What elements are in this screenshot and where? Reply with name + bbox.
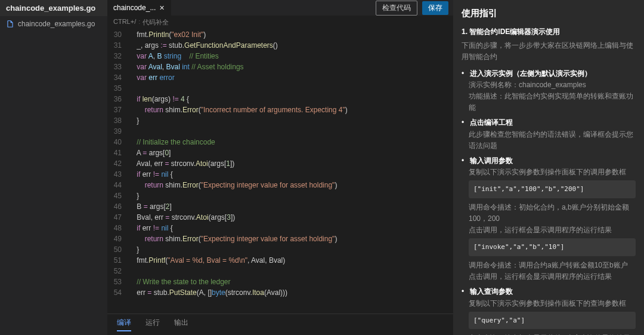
tab-run[interactable]: 运行: [145, 318, 160, 331]
file-item[interactable]: chaincode_examples.go: [0, 16, 107, 32]
line-source[interactable]: }: [129, 190, 139, 201]
line-number: 46: [107, 201, 129, 212]
line-number: 31: [107, 40, 129, 51]
code-line[interactable]: 41 A = args[0]: [107, 147, 453, 158]
code-line[interactable]: 48 if err != nil {: [107, 223, 453, 233]
output-tab-bar: 编译 运行 输出: [107, 314, 453, 335]
check-code-button[interactable]: 检查代码: [376, 1, 417, 16]
line-source[interactable]: fmt.Printf("Aval = %d, Bval = %d\n", Ava…: [129, 255, 285, 266]
code-line[interactable]: 38 }: [107, 115, 453, 126]
editor-pane: chaincode_... × 检查代码 保存 CTRL+/ : 代码补全 30…: [107, 0, 453, 335]
code-line[interactable]: 36 if len(args) != 4 {: [107, 94, 453, 105]
line-source[interactable]: // Write the state to the ledger: [129, 276, 231, 287]
line-source[interactable]: }: [129, 115, 139, 126]
line-source[interactable]: if err != nil {: [129, 223, 173, 233]
file-icon: [6, 20, 14, 28]
bullet-query-params: 输入查询参数 复制以下演示实例参数到操作面板下的查询参数框 ["query","…: [462, 286, 636, 335]
line-source[interactable]: var Aval, Bval int // Asset holdings: [129, 62, 244, 72]
code-line[interactable]: 47 Bval, err = strconv.Atoi(args[3]): [107, 212, 453, 223]
line-source[interactable]: if err != nil {: [129, 169, 173, 180]
line-number: 35: [107, 83, 129, 94]
code-line[interactable]: 42 Aval, err = strconv.Atoi(args[1]): [107, 158, 453, 169]
line-number: 36: [107, 94, 129, 105]
code-line[interactable]: 54 err = stub.PutState(A, []byte(strconv…: [107, 287, 453, 298]
code-line[interactable]: 32 var A, B string // Entities: [107, 51, 453, 62]
line-number: 50: [107, 244, 129, 255]
guide-section-1-desc: 下面的步骤，将一步步带大家在区块链网络上编辑与使用智能合约: [462, 40, 636, 63]
line-number: 51: [107, 255, 129, 266]
code-line[interactable]: 40 // Initialize the chaincode: [107, 137, 453, 147]
code-line[interactable]: 46 B = args[2]: [107, 201, 453, 212]
code-sample-init[interactable]: ["init","a","100","b","200"]: [469, 180, 636, 198]
line-number: 37: [107, 105, 129, 115]
line-source[interactable]: B = args[2]: [129, 201, 172, 212]
line-source[interactable]: }: [129, 244, 139, 255]
line-number: 54: [107, 287, 129, 298]
line-source[interactable]: return shim.Error("Expecting integer val…: [129, 233, 337, 244]
code-line[interactable]: 31 _, args := stub.GetFunctionAndParamet…: [107, 40, 453, 51]
bullet-invoke-params: 输入调用参数 复制以下演示实例参数到操作面板下的调用参数框 ["init","a…: [462, 155, 636, 283]
save-button[interactable]: 保存: [422, 1, 448, 15]
code-line[interactable]: 51 fmt.Printf("Aval = %d, Bval = %d\n", …: [107, 255, 453, 266]
code-line[interactable]: 49 return shim.Error("Expecting integer …: [107, 233, 453, 244]
line-source[interactable]: if len(args) != 4 {: [129, 94, 189, 105]
line-source[interactable]: err = stub.PutState(A, []byte(strconv.It…: [129, 287, 287, 298]
guide-section-1: 1. 智能合约IDE编辑器演示使用: [462, 26, 636, 38]
code-sample-query[interactable]: ["query","a"]: [469, 312, 636, 330]
line-number: 30: [107, 29, 129, 40]
line-number: 48: [107, 223, 129, 233]
tab-compile[interactable]: 编译: [117, 318, 131, 331]
code-sample-invoke[interactable]: ["invoke","a","b","10"]: [469, 238, 636, 256]
file-name: chaincode_examples.go: [18, 20, 95, 28]
line-number: 33: [107, 62, 129, 72]
code-line[interactable]: 44 return shim.Error("Expecting integer …: [107, 180, 453, 190]
code-line[interactable]: 43 if err != nil {: [107, 169, 453, 180]
line-number: 40: [107, 137, 129, 147]
code-line[interactable]: 34 var err error: [107, 72, 453, 83]
code-line[interactable]: 50 }: [107, 244, 453, 255]
line-number: 47: [107, 212, 129, 223]
line-number: 43: [107, 169, 129, 180]
line-source[interactable]: // Initialize the chaincode: [129, 137, 215, 147]
file-explorer: chaincode_examples.go chaincode_examples…: [0, 0, 107, 335]
line-number: 42: [107, 158, 129, 169]
line-number: 41: [107, 147, 129, 158]
shortcut-text: 代码补全: [143, 18, 169, 27]
shortcut-combo: CTRL+/: [113, 18, 136, 27]
line-number: 38: [107, 115, 129, 126]
bullet-demo-instance: 进入演示实例（左侧为默认演示实例） 演示实例名称：chaincode_examp…: [462, 68, 636, 114]
line-source[interactable]: fmt.Println("ex02 Init"): [129, 29, 206, 40]
code-editor[interactable]: 30 fmt.Println("ex02 Init")31 _, args :=…: [107, 29, 453, 314]
line-source[interactable]: _, args := stub.GetFunctionAndParameters…: [129, 40, 278, 51]
file-tree: chaincode_examples.go: [0, 16, 107, 335]
tab-chaincode[interactable]: chaincode_... ×: [107, 0, 171, 16]
tab-output[interactable]: 输出: [174, 318, 188, 331]
bullet-compile: 点击编译工程 此步骤检查您智能合约的语法错误，编译框会提示您语法问题: [462, 117, 636, 152]
explorer-title: chaincode_examples.go: [0, 0, 107, 16]
close-icon[interactable]: ×: [159, 4, 164, 12]
line-source[interactable]: Aval, err = strconv.Atoi(args[1]): [129, 158, 234, 169]
code-line[interactable]: 37 return shim.Error("Incorrect number o…: [107, 105, 453, 115]
line-number: 44: [107, 180, 129, 190]
code-line[interactable]: 45 }: [107, 190, 453, 201]
code-line[interactable]: 39: [107, 126, 453, 137]
line-number: 32: [107, 51, 129, 62]
line-source[interactable]: A = args[0]: [129, 147, 171, 158]
line-source[interactable]: return shim.Error("Expecting integer val…: [129, 180, 337, 190]
shortcut-hint: CTRL+/ : 代码补全: [107, 16, 453, 29]
line-source[interactable]: var A, B string // Entities: [129, 51, 219, 62]
guide-panel[interactable]: 使用指引 1. 智能合约IDE编辑器演示使用 下面的步骤，将一步步带大家在区块链…: [453, 0, 644, 335]
line-number: 49: [107, 233, 129, 244]
code-line[interactable]: 53 // Write the state to the ledger: [107, 276, 453, 287]
line-source[interactable]: var err error: [129, 72, 175, 83]
tab-label: chaincode_...: [113, 4, 156, 12]
code-line[interactable]: 30 fmt.Println("ex02 Init"): [107, 29, 453, 40]
line-number: 45: [107, 190, 129, 201]
code-line[interactable]: 33 var Aval, Bval int // Asset holdings: [107, 62, 453, 72]
line-number: 39: [107, 126, 129, 137]
line-source[interactable]: return shim.Error("Incorrect number of a…: [129, 105, 348, 115]
code-line[interactable]: 52: [107, 266, 453, 276]
tab-bar: chaincode_... × 检查代码 保存: [107, 0, 453, 16]
code-line[interactable]: 35: [107, 83, 453, 94]
line-source[interactable]: Bval, err = strconv.Atoi(args[3]): [129, 212, 235, 223]
